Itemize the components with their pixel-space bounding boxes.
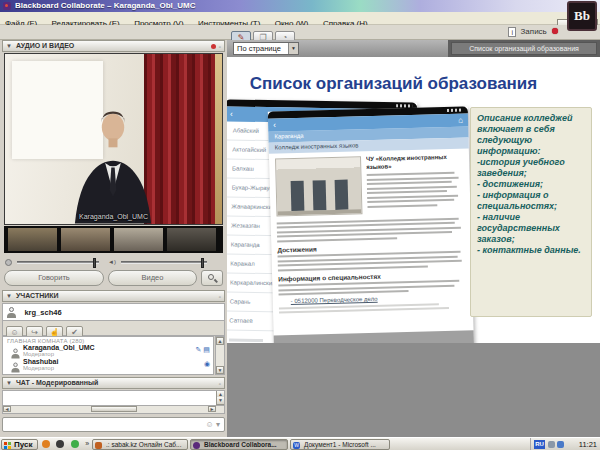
chat-message-area: ▲ ▼ [2,390,225,406]
note-bullet: -история учебного заведения; [477,157,585,179]
chat-header-label: ЧАТ - Модерированный [16,379,98,386]
slide-title: Список организаций образования [227,74,560,94]
whiteboard-background [227,343,600,437]
video-thumbnail[interactable] [61,228,110,251]
tray-icon[interactable] [557,441,564,448]
scroll-down-icon[interactable]: ▼ [216,397,224,405]
collapse-triangle-icon[interactable]: ▼ [6,43,12,49]
person-icon [11,363,19,373]
participants-header-label: УЧАСТНИКИ [16,292,59,299]
college-building-photo [275,156,362,216]
participants-panel-header[interactable]: ▼ УЧАСТНИКИ ▫ [2,290,225,302]
scale-value: По странице [237,44,281,53]
participant-row[interactable]: Karaganda_Obl_UMC Модератор ✎ ▤ [3,344,213,358]
chat-input[interactable]: ☺ ▾ [2,417,225,432]
participant-role: Модератор [23,351,54,357]
scale-dropdown[interactable]: По странице ▼ [233,42,299,55]
taskbar-item-blackboard[interactable]: Blackboard Collabora... [190,439,288,450]
word-icon: W [293,442,300,449]
taskbar-item-sabak[interactable]: .: sabak.kz Онлайн Саб... [92,439,188,450]
whiteboard-slide: Список организаций образования ‹ Колледж… [227,57,600,343]
status-icon-row: ☺↪☝✔ [2,320,225,336]
scroll-right-icon[interactable]: ► [208,406,216,412]
microphone-icon [5,259,12,266]
audio-video-header-label: АУДИО И ВИДЕО [16,42,74,49]
record-info-icon: i [508,27,516,37]
language-indicator[interactable]: RU [534,440,545,449]
webcam-icon: ◉ [204,360,210,368]
emoticon-picker-icon[interactable]: ☺ ▾ [206,420,220,429]
college-name: ЧУ «Колледж иностранных языков» [366,154,463,172]
panel-options-icons[interactable]: ▫ [219,379,221,389]
page-footer [274,330,475,343]
windows-flag-icon [4,442,11,449]
page-tab[interactable]: Список организаций образования [451,42,597,55]
mic-volume-slider[interactable] [17,261,99,264]
video-preview-button[interactable] [201,270,223,286]
quick-launch-icon[interactable] [71,440,79,448]
self-participant-row[interactable]: krg_sch46 [2,303,225,320]
talk-button[interactable]: Говорить [4,270,104,286]
blackboard-collaborate-window: Blackboard Collaborate – Karaganda_Obl_U… [0,0,600,450]
participant-name: Karaganda_Obl_UMC [23,344,95,351]
note-bullet: - наличие государственных заказов; [477,212,585,245]
scroll-up-icon[interactable]: ▲ [216,337,224,345]
quick-launch: » [42,440,89,450]
page-tab-bar: Список организаций образования [448,40,600,57]
video-filmstrip [4,226,223,253]
audio-video-panel-header[interactable]: ▼ АУДИО И ВИДЕО ▫ [2,40,225,52]
tray-icon[interactable] [548,441,555,448]
video-watermark: Karaganda_Obl_UMC [5,213,222,220]
moderator-tools-icon: ✎ ▤ [196,346,210,354]
room-label: ГЛАВНАЯ КОМНАТА (280) [3,337,213,344]
scroll-down-icon[interactable]: ▼ [216,366,224,374]
person-icon [7,307,16,318]
video-thumbnail[interactable] [114,228,163,251]
quick-launch-icon[interactable] [56,440,64,448]
person-icon [11,349,19,359]
participant-name: Shashubai [23,358,58,365]
taskbar: Пуск » .: sabak.kz Онлайн Саб... Blackbo… [0,437,600,450]
video-button[interactable]: Видео [108,270,197,286]
magnifier-icon [208,274,214,280]
main-area: По странице ▼ Список организаций образов… [227,40,600,437]
chat-panel-header[interactable]: ▼ ЧАТ - Модерированный ▫ [2,377,225,389]
video-thumbnail[interactable] [167,228,216,251]
video-feed: Karaganda_Obl_UMC [4,53,223,225]
mic-status-icon [211,44,216,49]
quick-launch-icon[interactable] [42,440,50,448]
college-page-screenshot: ‹ ⌂ Караганда Колледж иностранных языков… [268,106,474,343]
note-intro: Описание колледжей включает в себя следу… [477,113,585,157]
bb-logo: Bb [567,1,597,31]
collapse-triangle-icon[interactable]: ▼ [6,380,12,386]
mic-slider-thumb[interactable] [93,258,96,268]
specialty-link: - 0512000 Переводческое дело [291,294,467,305]
video-thumbnail[interactable] [8,228,57,251]
collapse-triangle-icon[interactable]: ▼ [6,293,12,299]
scroll-left-icon[interactable]: ◄ [3,406,11,412]
slide-note-box: Описание колледжей включает в себя следу… [470,107,592,317]
speaker-slider-thumb[interactable] [201,258,204,268]
window-title: Blackboard Collaborate – Karaganda_Obl_U… [15,0,196,12]
home-icon: ⌂ [458,114,463,127]
sidebar: ▼ АУДИО И ВИДЕО ▫ Karaganda_Obl_UMC [0,40,227,437]
taskbar-item-word[interactable]: W Документ1 - Microsoft ... [290,439,390,450]
browser-icon [95,442,102,449]
record-control[interactable]: i Запись [508,27,558,37]
main-toolbar: ✎❐◔ i Запись [0,25,600,40]
participants-scrollbar[interactable]: ▲ ▼ [215,336,225,375]
app-icon [3,2,11,10]
chevron-more-icon[interactable]: » [85,440,89,447]
scrollbar-thumb[interactable] [91,406,137,412]
record-indicator-icon [552,28,558,34]
panel-options-icons[interactable]: ▫ [219,292,221,302]
participant-row[interactable]: Shashubai Модератор ◉ [3,358,213,372]
audio-sliders: ◄) [4,256,223,268]
note-bullet: - контактные данные. [477,245,585,256]
chat-horizontal-scrollbar[interactable]: ◄ ► [2,406,225,414]
panel-options-icons[interactable]: ▫ [211,42,221,52]
start-button[interactable]: Пуск [1,439,38,450]
speaker-volume-slider[interactable] [121,261,207,264]
participants-list: ГЛАВНАЯ КОМНАТА (280) Karaganda_Obl_UMC … [2,336,214,375]
note-bullet: - информация о специальностях; [477,190,585,212]
